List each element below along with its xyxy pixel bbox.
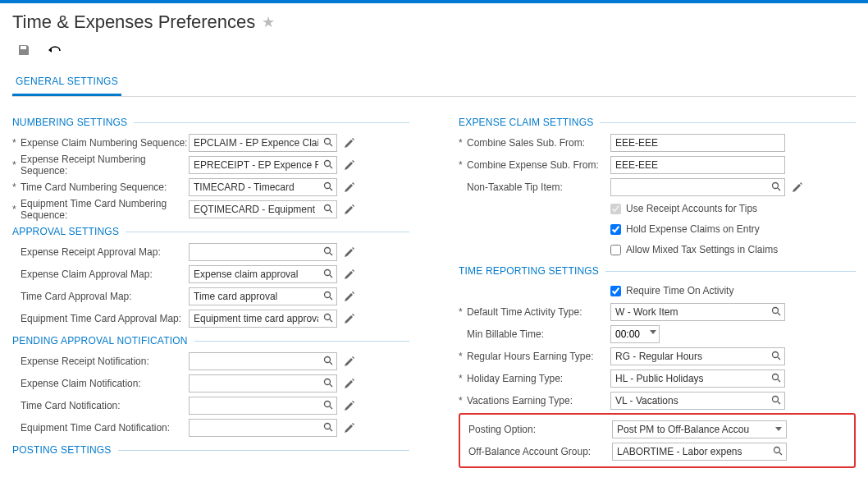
favorite-star-icon[interactable]: ★ (262, 13, 275, 31)
input[interactable] (612, 443, 787, 461)
input[interactable] (189, 156, 337, 174)
search-icon[interactable] (772, 445, 783, 457)
input[interactable] (189, 287, 337, 305)
input[interactable] (610, 392, 785, 410)
search-icon[interactable] (322, 203, 334, 214)
input[interactable] (610, 370, 785, 388)
search-icon[interactable] (770, 372, 782, 383)
input[interactable] (610, 325, 660, 343)
input[interactable] (189, 352, 337, 370)
edit-icon[interactable] (342, 312, 355, 325)
field-vacations-type: * Vacations Earning Type: (459, 391, 856, 411)
svg-line-27 (778, 313, 780, 315)
edit-icon[interactable] (342, 268, 355, 281)
checkbox[interactable] (610, 224, 621, 235)
field-expense-claim-seq: * Expense Claim Numbering Sequence: (12, 133, 409, 153)
checkbox[interactable] (610, 286, 621, 296)
chevron-down-icon[interactable] (650, 330, 656, 334)
input[interactable] (610, 178, 785, 196)
svg-line-11 (330, 275, 332, 278)
edit-icon[interactable] (342, 355, 355, 368)
section-numbering-settings: NUMBERING SETTINGS (12, 117, 409, 128)
edit-icon[interactable] (342, 158, 355, 172)
svg-point-34 (774, 448, 780, 453)
search-icon[interactable] (322, 312, 334, 324)
field-combine-sales-sub: * Combine Sales Sub. From: (459, 133, 856, 153)
checkbox-require-time-activity[interactable]: Require Time On Activity (610, 282, 856, 300)
search-icon[interactable] (322, 377, 334, 388)
search-icon[interactable] (770, 394, 782, 406)
input[interactable] (189, 310, 337, 328)
input[interactable] (189, 200, 337, 218)
save-icon[interactable] (16, 43, 31, 57)
input[interactable] (189, 134, 337, 152)
field-regular-hours-type: * Regular Hours Earning Type: (459, 347, 856, 366)
edit-icon[interactable] (342, 290, 355, 303)
svg-line-29 (778, 357, 780, 360)
toolbar (12, 43, 856, 57)
search-icon[interactable] (322, 421, 334, 433)
edit-icon[interactable] (342, 181, 355, 194)
input[interactable] (189, 178, 337, 196)
undo-icon[interactable] (48, 43, 62, 57)
search-icon[interactable] (322, 290, 334, 301)
svg-point-2 (325, 161, 331, 167)
svg-line-1 (330, 144, 332, 146)
svg-point-12 (325, 292, 331, 298)
input[interactable] (189, 243, 337, 261)
edit-icon[interactable] (342, 377, 355, 390)
input[interactable] (189, 397, 337, 415)
svg-line-33 (778, 402, 780, 404)
input[interactable] (189, 374, 337, 392)
search-icon[interactable] (770, 181, 782, 192)
page-container: Time & Expenses Preferences ★ GENERAL SE… (0, 3, 868, 476)
tab-row: GENERAL SETTINGS (12, 69, 856, 97)
field-default-time-activity-type: * Default Time Activity Type: (459, 302, 856, 322)
edit-icon[interactable] (342, 203, 355, 216)
checkbox[interactable] (610, 245, 621, 255)
svg-line-3 (330, 166, 332, 168)
edit-icon[interactable] (342, 136, 355, 149)
input[interactable] (610, 156, 785, 174)
input[interactable] (612, 420, 787, 438)
field-receipt-notification: Expense Receipt Notification: (12, 351, 409, 371)
search-icon[interactable] (322, 136, 334, 148)
input[interactable] (610, 303, 785, 321)
field-holiday-type: * Holiday Earning Type: (459, 369, 856, 388)
svg-point-28 (773, 352, 779, 358)
chevron-down-icon[interactable] (775, 427, 782, 431)
svg-line-31 (778, 379, 780, 382)
edit-icon[interactable] (790, 181, 803, 194)
field-timecard-notification: Time Card Notification: (12, 396, 409, 415)
checkbox-use-receipt-accounts[interactable]: Use Receipt Accounts for Tips (610, 200, 856, 218)
input[interactable] (610, 347, 785, 365)
svg-line-13 (330, 297, 332, 300)
search-icon[interactable] (322, 246, 334, 257)
section-time-reporting: TIME REPORTING SETTINGS (459, 265, 856, 277)
edit-icon[interactable] (342, 246, 355, 259)
section-pending-approval: PENDING APPROVAL NOTIFICATION (12, 335, 409, 347)
search-icon[interactable] (322, 158, 334, 170)
field-timecard-approval-map: Time Card Approval Map: (12, 287, 409, 306)
checkbox-hold-expense-claims[interactable]: Hold Expense Claims on Entry (610, 220, 856, 238)
search-icon[interactable] (322, 181, 334, 192)
highlighted-posting-group: Posting Option: Off-Balance Account Grou… (459, 413, 856, 468)
search-icon[interactable] (322, 268, 334, 279)
svg-point-26 (773, 308, 779, 314)
tab-general-settings[interactable]: GENERAL SETTINGS (12, 69, 121, 96)
checkbox-allow-mixed-tax[interactable]: Allow Mixed Tax Settings in Claims (610, 241, 856, 259)
search-icon[interactable] (322, 355, 334, 366)
svg-line-9 (330, 253, 332, 255)
edit-icon[interactable] (342, 421, 355, 434)
input[interactable] (189, 265, 337, 283)
checkbox[interactable] (610, 204, 621, 214)
search-icon[interactable] (322, 399, 334, 411)
search-icon[interactable] (770, 350, 782, 361)
svg-line-7 (330, 210, 332, 213)
search-icon[interactable] (770, 305, 782, 317)
input[interactable] (610, 134, 785, 152)
edit-icon[interactable] (342, 399, 355, 412)
input[interactable] (189, 419, 337, 437)
section-posting-settings: POSTING SETTINGS (12, 444, 409, 456)
input-expense-claim-seq[interactable] (189, 134, 337, 152)
